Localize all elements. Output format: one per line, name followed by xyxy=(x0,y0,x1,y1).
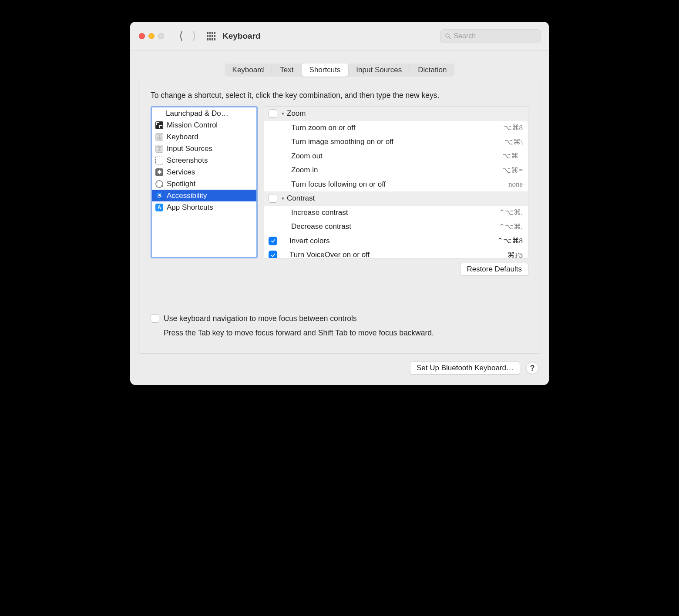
sv-icon: ✻ xyxy=(155,168,163,176)
tab-shortcuts[interactable]: Shortcuts xyxy=(302,64,349,77)
category-label: Input Sources xyxy=(167,144,212,153)
shortcut-row[interactable]: Increase contrast⌃⌥⌘. xyxy=(264,206,528,220)
category-label: Launchpad & Do… xyxy=(166,109,229,118)
shortcut-label: Increase contrast xyxy=(269,208,348,217)
tab-text[interactable]: Text xyxy=(272,64,301,77)
footer: Set Up Bluetooth Keyboard… ? xyxy=(130,362,549,385)
shortcut-keys[interactable]: ⌘F5 xyxy=(508,251,523,258)
shortcut-row[interactable]: Zoom in⌥⌘= xyxy=(264,163,528,177)
close-window-button[interactable] xyxy=(139,33,145,39)
shortcut-row[interactable]: Invert colors⌃⌥⌘8 xyxy=(264,234,528,248)
lp-icon xyxy=(155,110,162,117)
traffic-lights xyxy=(139,33,164,39)
restore-defaults-button[interactable]: Restore Defaults xyxy=(460,263,528,276)
tab-bar: KeyboardTextShortcutsInput SourcesDictat… xyxy=(130,50,549,79)
shortcut-row[interactable]: Turn zoom on or off⌥⌘8 xyxy=(264,121,528,135)
category-label: Keyboard xyxy=(167,133,198,141)
kb-icon xyxy=(155,145,163,153)
keyboard-navigation-option: Use keyboard navigation to move focus be… xyxy=(151,314,528,338)
sc-icon xyxy=(155,157,163,164)
shortcut-row[interactable]: Turn VoiceOver on or off⌘F5 xyxy=(264,248,528,258)
category-keyboard[interactable]: Keyboard xyxy=(152,131,256,143)
shortcut-keys[interactable]: ⌃⌥⌘. xyxy=(499,208,523,217)
category-mission-control[interactable]: Mission Control xyxy=(152,119,256,131)
shortcut-label: Invert colors xyxy=(282,237,330,245)
shortcut-row[interactable]: Zoom xyxy=(264,107,528,121)
shortcut-label: Turn VoiceOver on or off xyxy=(282,251,370,258)
shortcut-row[interactable]: Decrease contrast⌃⌥⌘, xyxy=(264,220,528,234)
shortcut-checkbox[interactable] xyxy=(269,237,277,245)
shortcut-keys[interactable]: ⌃⌥⌘, xyxy=(499,222,523,231)
category-label: Services xyxy=(167,168,195,177)
shortcut-row[interactable]: Zoom out⌥⌘− xyxy=(264,149,528,164)
shortcut-label: Turn focus following on or off xyxy=(269,180,386,189)
category-accessibility[interactable]: ♿Accessibility xyxy=(152,190,256,201)
svg-line-1 xyxy=(449,37,450,38)
category-services[interactable]: ✻Services xyxy=(152,166,256,178)
category-label: Spotlight xyxy=(167,180,195,188)
back-button[interactable]: ⟨ xyxy=(175,29,188,43)
keyboard-navigation-hint: Press the Tab key to move focus forward … xyxy=(164,328,434,338)
show-all-icon[interactable] xyxy=(207,32,215,40)
shortcut-keys[interactable]: ⌥⌘= xyxy=(502,166,523,175)
zoom-window-button[interactable] xyxy=(158,33,164,39)
window-title: Keyboard xyxy=(222,31,261,41)
shortcut-keys[interactable]: none xyxy=(508,180,523,189)
keyboard-navigation-checkbox[interactable] xyxy=(151,314,159,323)
forward-button[interactable]: ⟩ xyxy=(188,29,201,43)
shortcut-checkbox[interactable] xyxy=(269,194,277,203)
category-launchpad-do-[interactable]: Launchpad & Do… xyxy=(152,107,256,119)
shortcut-label: Decrease contrast xyxy=(269,222,351,231)
search-field[interactable] xyxy=(440,29,541,43)
help-button[interactable]: ? xyxy=(526,362,538,374)
kb-icon xyxy=(155,133,163,141)
shortcuts-panel: To change a shortcut, select it, click t… xyxy=(138,82,541,354)
shortcut-group-label: Contrast xyxy=(287,194,315,203)
shortcut-label: Turn image smoothing on or off xyxy=(269,137,393,146)
sp-icon xyxy=(155,180,163,188)
shortcut-label: Zoom out xyxy=(269,152,323,161)
search-input[interactable] xyxy=(454,32,536,40)
shortcut-row[interactable]: Contrast xyxy=(264,191,528,206)
shortcut-list[interactable]: ZoomTurn zoom on or off⌥⌘8Turn image smo… xyxy=(264,106,528,258)
shortcut-keys[interactable]: ⌥⌘\ xyxy=(504,137,523,147)
chevron-down-icon[interactable] xyxy=(282,110,284,117)
category-app-shortcuts[interactable]: AApp Shortcuts xyxy=(152,201,256,213)
category-spotlight[interactable]: Spotlight xyxy=(152,178,256,190)
shortcut-keys[interactable]: ⌥⌘8 xyxy=(503,123,523,132)
ax-icon: ♿ xyxy=(155,192,163,200)
category-label: App Shortcuts xyxy=(167,203,213,212)
search-icon xyxy=(445,33,451,40)
category-screenshots[interactable]: Screenshots xyxy=(152,154,256,166)
shortcut-group-label: Zoom xyxy=(287,109,306,118)
category-label: Accessibility xyxy=(167,191,207,200)
instructions-text: To change a shortcut, select it, click t… xyxy=(151,91,528,100)
tab-keyboard[interactable]: Keyboard xyxy=(225,64,272,77)
as-icon: A xyxy=(155,204,163,211)
category-input-sources[interactable]: Input Sources xyxy=(152,143,256,154)
shortcut-checkbox[interactable] xyxy=(269,251,277,258)
category-list[interactable]: Launchpad & Do…Mission ControlKeyboardIn… xyxy=(151,106,258,258)
shortcut-keys[interactable]: ⌃⌥⌘8 xyxy=(497,236,523,245)
titlebar: ⟨ ⟩ Keyboard xyxy=(130,22,549,50)
tab-dictation[interactable]: Dictation xyxy=(410,64,454,77)
mc-icon xyxy=(155,121,163,129)
minimize-window-button[interactable] xyxy=(148,33,155,39)
shortcut-row[interactable]: Turn image smoothing on or off⌥⌘\ xyxy=(264,135,528,149)
shortcut-label: Turn zoom on or off xyxy=(269,124,355,132)
shortcut-label: Zoom in xyxy=(269,166,318,174)
chevron-down-icon[interactable] xyxy=(282,195,284,201)
shortcut-keys[interactable]: ⌥⌘− xyxy=(502,151,523,161)
tab-input-sources[interactable]: Input Sources xyxy=(348,64,410,77)
category-label: Mission Control xyxy=(167,121,218,130)
category-label: Screenshots xyxy=(167,156,208,165)
shortcut-checkbox[interactable] xyxy=(269,109,277,118)
keyboard-navigation-label: Use keyboard navigation to move focus be… xyxy=(164,314,434,323)
preferences-window: ⟨ ⟩ Keyboard KeyboardTextShortcutsInput … xyxy=(130,22,549,385)
setup-bluetooth-keyboard-button[interactable]: Set Up Bluetooth Keyboard… xyxy=(410,362,520,375)
shortcut-row[interactable]: Turn focus following on or offnone xyxy=(264,177,528,192)
